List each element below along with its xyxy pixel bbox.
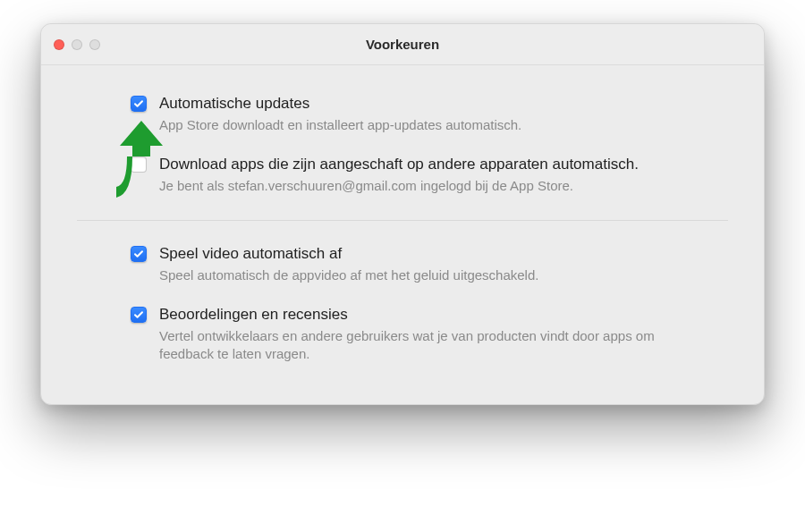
- zoom-icon[interactable]: [89, 39, 100, 50]
- pref-row-reviews: Beoordelingen en recensies Vertel ontwik…: [77, 298, 728, 376]
- pref-row-auto-updates: Automatische updates App Store downloadt…: [77, 87, 728, 148]
- close-icon[interactable]: [54, 39, 64, 50]
- checkbox-auto-updates[interactable]: [131, 96, 147, 112]
- desc-auto-updates: App Store downloadt en installeert app-u…: [159, 116, 521, 134]
- window-controls: [54, 39, 100, 50]
- pref-row-autoplay: Speel video automatisch af Speel automat…: [77, 237, 728, 298]
- desc-autoplay: Speel automatisch de appvideo af met het…: [159, 266, 538, 284]
- pref-row-auto-download: Download apps die zijn aangeschaft op an…: [77, 148, 728, 208]
- checkbox-auto-download[interactable]: [131, 156, 147, 173]
- separator: [77, 220, 728, 221]
- label-reviews: Beoordelingen en recensies: [159, 305, 678, 324]
- desc-reviews: Vertel ontwikkelaars en andere gebruiker…: [159, 327, 678, 364]
- checkbox-reviews[interactable]: [131, 307, 147, 323]
- window-title: Voorkeuren: [366, 37, 439, 52]
- minimize-icon[interactable]: [72, 39, 82, 50]
- preferences-content: Automatische updates App Store downloadt…: [41, 65, 764, 404]
- label-auto-updates: Automatische updates: [159, 94, 521, 113]
- checkmark-icon: [133, 249, 144, 259]
- label-auto-download: Download apps die zijn aangeschaft op an…: [159, 155, 639, 173]
- checkmark-icon: [133, 98, 144, 109]
- desc-auto-download: Je bent als stefan.verschuuren@gmail.com…: [159, 177, 639, 195]
- checkbox-autoplay[interactable]: [131, 246, 147, 262]
- titlebar: Voorkeuren: [41, 24, 764, 65]
- preferences-window: Voorkeuren Automatische updates App Stor…: [40, 23, 765, 405]
- checkmark-icon: [133, 309, 144, 320]
- label-autoplay: Speel video automatisch af: [159, 244, 538, 263]
